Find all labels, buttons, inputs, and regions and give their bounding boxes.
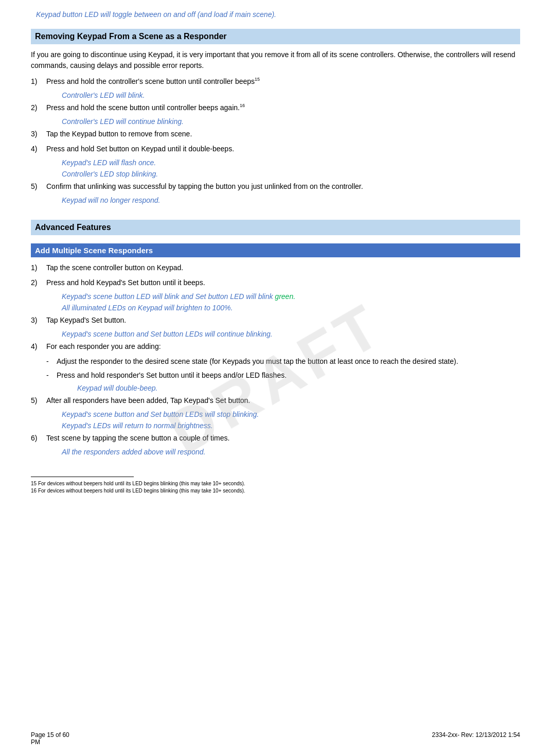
- s3-step-5-text: After all responders have been added, Ta…: [46, 396, 250, 405]
- section2-header: Advanced Features: [31, 220, 520, 235]
- top-italic-text: Keypad button LED will toggle between on…: [36, 10, 520, 19]
- s3-step-4-bullet-2: - Press and hold responder's Set button …: [46, 370, 520, 381]
- step-4: 4) Press and hold Set button on Keypad u…: [31, 144, 520, 154]
- s3-step-4-bullet-1: - Adjust the responder to the desired sc…: [46, 356, 520, 367]
- s3-step-4: 4) For each responder you are adding:: [31, 341, 520, 352]
- s3-step-6-num: 6): [31, 433, 46, 444]
- footnote-16: 16 For devices without beepers hold unti…: [31, 487, 520, 495]
- s3-step-4-bullet-note: Keypad will double-beep.: [77, 384, 520, 392]
- footnote-15: 15 For devices without beepers hold unti…: [31, 480, 520, 487]
- s3-step-3-num: 3): [31, 315, 46, 326]
- s3-step-3: 3) Tap Keypad's Set button.: [31, 315, 520, 326]
- step-1-text: Press and hold the controller's scene bu…: [46, 77, 260, 85]
- footer-left: Page 15 of 60PM: [31, 731, 69, 746]
- step-2-note: Controller's LED will continue blinking.: [62, 117, 520, 126]
- step-1-sup: 15: [255, 77, 260, 82]
- step-3-text: Tap the Keypad button to remove from sce…: [46, 130, 192, 138]
- s3-step-2-num: 2): [31, 277, 46, 288]
- s3-step-4-num: 4): [31, 341, 46, 352]
- s3-step-6: 6) Test scene by tapping the scene butto…: [31, 433, 520, 444]
- s3-step-5-note2: Keypad's LEDs will return to normal brig…: [62, 421, 520, 430]
- s3-step-6-text: Test scene by tapping the scene button a…: [46, 434, 229, 442]
- step-5-num: 5): [31, 181, 46, 192]
- footnote-divider: [31, 477, 134, 477]
- s3-step-2: 2) Press and hold Keypad's Set button un…: [31, 277, 520, 288]
- s3-step-3-note: Keypad's scene button and Set button LED…: [62, 330, 520, 338]
- section1-intro: If you are going to discontinue using Ke…: [31, 49, 520, 71]
- dash-1: -: [46, 356, 57, 367]
- step-1: 1) Press and hold the controller's scene…: [31, 76, 520, 87]
- section3-header: Add Multiple Scene Responders: [31, 243, 520, 257]
- step-4-note2: Controller's LED stop blinking.: [62, 170, 520, 178]
- s3-step-2-note2: All illuminated LEDs on Keypad will brig…: [62, 304, 520, 312]
- step-2: 2) Press and hold the scene button until…: [31, 102, 520, 113]
- s3-step-2-text: Press and hold Keypad's Set button until…: [46, 278, 205, 287]
- s3-step-1: 1) Tap the scene controller button on Ke…: [31, 262, 520, 273]
- s3-step-1-num: 1): [31, 262, 46, 273]
- step-5-note: Keypad will no longer respond.: [62, 196, 520, 204]
- step-5-text: Confirm that unlinking was successful by…: [46, 182, 363, 190]
- step-3-num: 3): [31, 129, 46, 139]
- step-4-num: 4): [31, 144, 46, 154]
- step-2-sup: 16: [240, 103, 245, 108]
- step-5: 5) Confirm that unlinking was successful…: [31, 181, 520, 192]
- footer-right: 2334-2xx- Rev: 12/13/2012 1:54: [432, 731, 520, 746]
- s3-step-6-note: All the responders added above will resp…: [62, 448, 520, 456]
- s3-step-1-text: Tap the scene controller button on Keypa…: [46, 263, 183, 272]
- s3-step-3-text: Tap Keypad's Set button.: [46, 316, 126, 324]
- step-3: 3) Tap the Keypad button to remove from …: [31, 129, 520, 139]
- step-1-note: Controller's LED will blink.: [62, 91, 520, 99]
- step-2-text: Press and hold the scene button until co…: [46, 103, 245, 112]
- page-footer: Page 15 of 60PM 2334-2xx- Rev: 12/13/201…: [31, 731, 520, 746]
- step-2-num: 2): [31, 102, 46, 113]
- dash-2: -: [46, 370, 57, 381]
- s3-step-2-note1: Keypad's scene button LED will blink and…: [62, 292, 520, 301]
- step-1-num: 1): [31, 76, 46, 87]
- s3-step-4-text: For each responder you are adding:: [46, 342, 161, 350]
- s3-step-5-num: 5): [31, 395, 46, 406]
- s3-step-5-note1: Keypad's scene button and Set button LED…: [62, 410, 520, 418]
- step-4-text: Press and hold Set button on Keypad unti…: [46, 145, 234, 153]
- s3-step-5: 5) After all responders have been added,…: [31, 395, 520, 406]
- step-4-note1: Keypad's LED will flash once.: [62, 159, 520, 167]
- section1-header: Removing Keypad From a Scene as a Respon…: [31, 29, 520, 44]
